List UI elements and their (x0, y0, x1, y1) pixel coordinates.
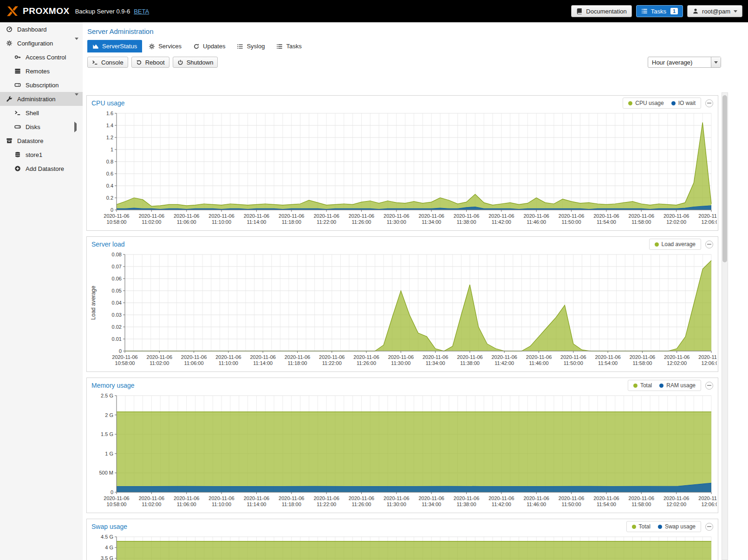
shutdown-button[interactable]: Shutdown (173, 57, 218, 68)
svg-text:2020-11-06: 2020-11-06 (457, 354, 482, 360)
documentation-button[interactable]: Documentation (571, 5, 631, 17)
sidebar-item-store1[interactable]: store1 (0, 148, 83, 162)
collapse-icon[interactable] (705, 523, 713, 531)
svg-text:2020-11-06: 2020-11-06 (698, 495, 717, 501)
svg-text:2020-11-06: 2020-11-06 (593, 213, 619, 219)
terminal-icon (92, 59, 98, 65)
svg-text:1: 1 (111, 147, 113, 152)
svg-text:2020-11-06: 2020-11-06 (181, 354, 207, 360)
svg-text:2020-11-06: 2020-11-06 (524, 213, 549, 219)
sidebar-item-dashboard[interactable]: Dashboard (0, 22, 83, 36)
svg-text:0.8: 0.8 (106, 159, 113, 164)
svg-text:2020-11-06: 2020-11-06 (629, 495, 654, 501)
tasks-button[interactable]: Tasks 1 (636, 5, 683, 17)
user-menu-button[interactable]: root@pam (687, 5, 742, 17)
sidebar-item-subscription[interactable]: Subscription (0, 78, 83, 92)
tab-services[interactable]: Services (143, 40, 187, 52)
svg-text:11:38:00: 11:38:00 (460, 360, 480, 366)
legend-item[interactable]: RAM usage (659, 382, 696, 389)
chevron-down-icon[interactable] (75, 40, 78, 47)
beta-link[interactable]: BETA (134, 8, 149, 15)
svg-text:2020-11-06: 2020-11-06 (418, 213, 444, 219)
svg-text:4.5 G: 4.5 G (101, 534, 113, 540)
sidebar-item-administration[interactable]: Administration (0, 92, 83, 106)
tab-serverstatus[interactable]: ServerStatus (87, 40, 142, 52)
svg-text:11:30:00: 11:30:00 (391, 360, 410, 366)
console-button[interactable]: Console (87, 57, 128, 68)
page-title: Server Administration (83, 22, 748, 36)
sidebar-item-access-control[interactable]: Access Control (0, 50, 83, 64)
legend-item[interactable]: Total (632, 523, 650, 530)
sidebar-item-label: Datastore (17, 137, 43, 144)
svg-text:2020-11-06: 2020-11-06 (104, 213, 129, 219)
svg-text:0.4: 0.4 (106, 183, 113, 189)
collapse-icon[interactable] (705, 241, 713, 248)
chart-area-icon (92, 43, 99, 50)
svg-text:11:30:00: 11:30:00 (387, 219, 406, 225)
svg-text:2020-11-06: 2020-11-06 (559, 495, 584, 501)
sidebar-item-disks[interactable]: Disks (0, 120, 83, 134)
gauge-icon (6, 26, 13, 33)
svg-text:11:02:00: 11:02:00 (150, 360, 169, 366)
legend-item[interactable]: IO wait (671, 100, 696, 106)
console-label: Console (101, 59, 124, 66)
tab-syslog[interactable]: Syslog (232, 40, 270, 52)
legend-item[interactable]: Total (633, 382, 652, 389)
svg-text:1.5 G: 1.5 G (101, 431, 113, 437)
combo-trigger[interactable] (711, 57, 721, 67)
sidebar-item-add-datastore[interactable]: Add Datastore (0, 162, 83, 176)
svg-text:11:14:00: 11:14:00 (253, 360, 273, 366)
scrollbar-thumb[interactable] (722, 95, 727, 262)
collapse-icon[interactable] (705, 382, 713, 390)
legend-item[interactable]: Load average (655, 241, 696, 247)
server-load-panel: Server load Load average 00.010.020.030.… (86, 236, 718, 372)
svg-text:3.5 G: 3.5 G (101, 555, 113, 560)
legend-label: RAM usage (666, 382, 696, 389)
legend-item[interactable]: Swap usage (658, 523, 696, 530)
chevron-down-icon (734, 10, 737, 14)
tab-label: ServerStatus (102, 43, 137, 50)
server-icon (14, 68, 21, 74)
svg-text:0.06: 0.06 (112, 276, 122, 281)
tasks-icon (641, 8, 648, 14)
sidebar-item-label: store1 (26, 151, 42, 158)
chart-legend: Total RAM usage (628, 380, 701, 391)
svg-text:11:46:00: 11:46:00 (529, 360, 549, 366)
legend-item[interactable]: CPU usage (628, 100, 663, 106)
svg-text:11:22:00: 11:22:00 (322, 360, 342, 366)
sidebar-item-configuration[interactable]: Configuration (0, 36, 83, 50)
svg-text:2020-11-06: 2020-11-06 (104, 495, 129, 501)
svg-text:0.04: 0.04 (112, 300, 122, 306)
legend-label: CPU usage (635, 100, 663, 106)
svg-text:0: 0 (111, 489, 113, 495)
reboot-button[interactable]: Reboot (131, 57, 169, 68)
sidebar-item-label: Dashboard (17, 26, 47, 33)
memory-usage-panel: Memory usage Total RAM usage 0500 M1 G1.… (86, 378, 718, 513)
svg-text:2020-11-06: 2020-11-06 (488, 213, 514, 219)
book-icon (576, 8, 583, 14)
svg-text:2020-11-06: 2020-11-06 (353, 354, 379, 360)
tasks-label: Tasks (651, 8, 666, 15)
tasks-icon (276, 43, 283, 50)
list-icon (237, 43, 243, 50)
sidebar-item-remotes[interactable]: Remotes (0, 64, 83, 78)
gears-icon (149, 43, 155, 50)
main-content: Server Administration ServerStatus Servi… (83, 22, 748, 560)
chevron-down-icon[interactable] (75, 96, 78, 103)
sidebar-item-datastore[interactable]: Datastore (0, 134, 83, 148)
tab-tasks[interactable]: Tasks (271, 40, 306, 52)
svg-text:11:42:00: 11:42:00 (492, 501, 511, 507)
timeframe-select[interactable]: Hour (average) (648, 57, 721, 68)
svg-text:11:38:00: 11:38:00 (457, 501, 476, 507)
legend-dot (628, 101, 632, 105)
vertical-scrollbar[interactable] (722, 92, 728, 560)
tab-updates[interactable]: Updates (188, 40, 230, 52)
svg-text:2.5 G: 2.5 G (101, 393, 113, 398)
svg-text:12:06:00: 12:06:00 (702, 219, 717, 225)
collapse-icon[interactable] (705, 99, 713, 107)
sidebar-item-shell[interactable]: Shell (0, 106, 83, 120)
chevron-right-icon[interactable] (73, 124, 78, 130)
svg-text:11:14:00: 11:14:00 (247, 219, 266, 225)
tasks-count-badge: 1 (670, 8, 678, 14)
sidebar-item-label: Subscription (26, 82, 59, 89)
